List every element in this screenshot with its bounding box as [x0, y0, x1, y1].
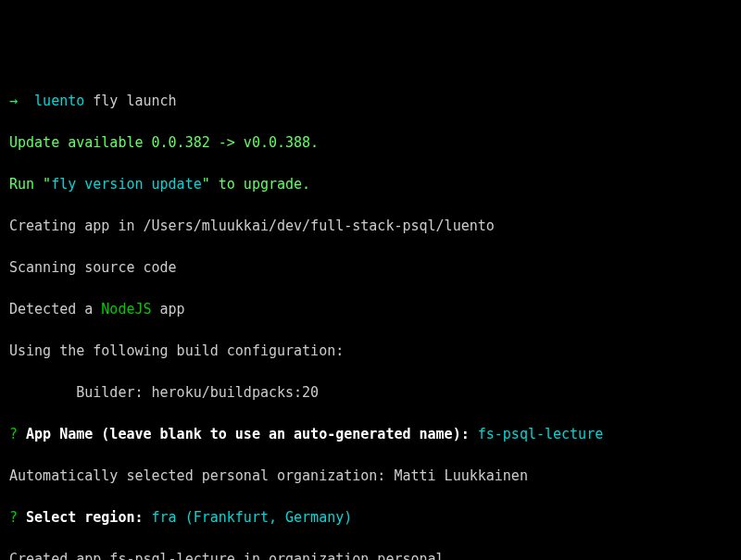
q-region[interactable]: ? Select region: fra (Frankfurt, Germany… [9, 507, 732, 529]
detected-type: NodeJS [101, 301, 151, 317]
created-line: Created app fs-psql-lecture in organizat… [9, 549, 732, 560]
q-label: Select region: [26, 509, 143, 526]
q-answer: fra (Frankfurt, Germany) [152, 509, 353, 526]
using-config-line: Using the following build configuration: [9, 341, 732, 362]
upgrade-cmd: fly version update [51, 176, 202, 193]
prompt-dir: luento [34, 93, 84, 109]
q-label: App Name (leave blank to use an auto-gen… [26, 426, 470, 442]
prompt-cmd[interactable]: fly launch [93, 93, 176, 109]
creating-app-line: Creating app in /Users/mluukkai/dev/full… [9, 216, 732, 237]
prompt-arrow-icon: → [9, 93, 18, 109]
org-line: Automatically selected personal organiza… [9, 466, 732, 487]
q-app-name[interactable]: ? App Name (leave blank to use an auto-g… [9, 424, 732, 445]
q-answer: fs-psql-lecture [478, 426, 603, 442]
prompt-line: → luento fly launch [9, 91, 732, 112]
builder-line: Builder: heroku/buildpacks:20 [9, 382, 732, 404]
detected-line: Detected a NodeJS app [9, 299, 732, 320]
scanning-line: Scanning source code [9, 257, 732, 279]
upgrade-line: Run "fly version update" to upgrade. [9, 174, 732, 195]
update-line: Update available 0.0.382 -> v0.0.388. [9, 132, 732, 154]
